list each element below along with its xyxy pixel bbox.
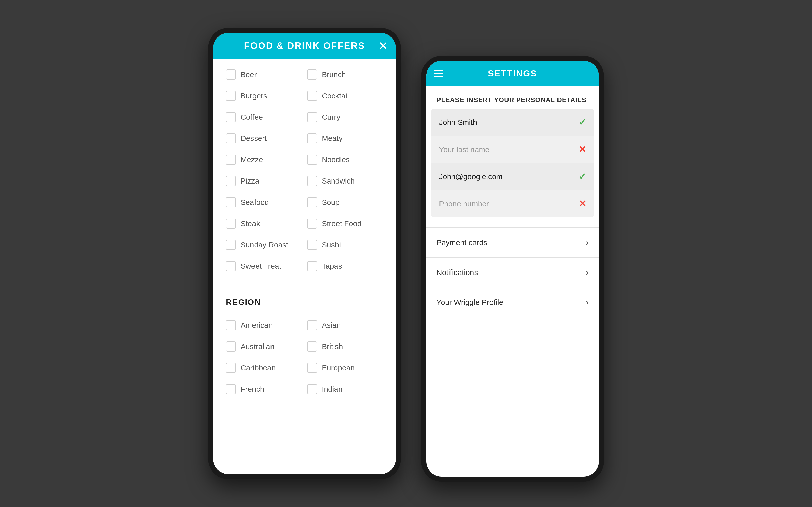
- food-drink-header: FOOD & DRINK OFFERS ✕: [213, 33, 396, 59]
- personal-details-fields: John Smith ✓ Your last name ✕ John@googl…: [432, 109, 594, 217]
- chevron-right-icon: ›: [586, 238, 589, 247]
- region-item[interactable]: American: [223, 315, 305, 336]
- food-checkbox[interactable]: [226, 197, 236, 207]
- food-item[interactable]: Seafood: [223, 192, 305, 213]
- settings-menu-item-2[interactable]: Your Wriggle Profile ›: [426, 287, 599, 318]
- food-item[interactable]: Dessert: [223, 128, 305, 149]
- settings-menu-item-1[interactable]: Notifications ›: [426, 258, 599, 287]
- food-item[interactable]: Burgers: [223, 85, 305, 107]
- food-checkbox[interactable]: [307, 219, 317, 229]
- food-item[interactable]: Mezze: [223, 149, 305, 170]
- invalid-icon: ✕: [578, 144, 586, 155]
- phone-food-drink: FOOD & DRINK OFFERS ✕ BeerBrunchBurgersC…: [208, 28, 401, 479]
- food-label: Mezze: [241, 155, 263, 164]
- food-label: Beer: [241, 70, 257, 79]
- region-checkbox[interactable]: [307, 384, 317, 394]
- food-checkbox[interactable]: [226, 240, 236, 250]
- food-label: Coffee: [241, 113, 263, 121]
- food-checkbox[interactable]: [226, 91, 236, 101]
- food-item[interactable]: Sushi: [305, 234, 386, 256]
- food-item[interactable]: Curry: [305, 107, 386, 128]
- region-label: Caribbean: [241, 363, 275, 372]
- valid-icon: ✓: [578, 117, 586, 128]
- hamburger-menu-icon[interactable]: [434, 70, 443, 77]
- section-divider: [221, 287, 388, 287]
- chevron-right-icon: ›: [586, 298, 589, 307]
- field-text: John@google.com: [439, 172, 503, 181]
- region-checkbox[interactable]: [307, 320, 317, 330]
- food-checkbox[interactable]: [226, 261, 236, 271]
- food-list: BeerBrunchBurgersCocktailCoffeeCurryDess…: [213, 59, 396, 282]
- field-text: John Smith: [439, 118, 477, 127]
- region-label: American: [241, 321, 273, 330]
- food-item[interactable]: Beer: [223, 64, 305, 85]
- food-checkbox[interactable]: [226, 155, 236, 165]
- region-item[interactable]: Australian: [223, 336, 305, 357]
- field-row[interactable]: John Smith ✓: [432, 109, 594, 136]
- food-item[interactable]: Noodles: [305, 149, 386, 170]
- field-text: Phone number: [439, 200, 489, 208]
- settings-title: SETTINGS: [488, 68, 537, 78]
- settings-menu-item-0[interactable]: Payment cards ›: [426, 228, 599, 258]
- food-label: Meaty: [322, 134, 343, 143]
- food-label: Tapas: [322, 262, 342, 271]
- food-checkbox[interactable]: [307, 155, 317, 165]
- food-checkbox[interactable]: [226, 133, 236, 144]
- food-label: Sweet Treat: [241, 262, 281, 271]
- region-label: British: [322, 342, 343, 351]
- food-item[interactable]: Soup: [305, 192, 386, 213]
- region-checkbox[interactable]: [307, 363, 317, 373]
- food-label: Steak: [241, 219, 260, 228]
- region-checkbox[interactable]: [307, 341, 317, 352]
- food-label: Burgers: [241, 92, 267, 100]
- field-row[interactable]: John@google.com ✓: [432, 163, 594, 190]
- field-row[interactable]: Your last name ✕: [432, 136, 594, 163]
- food-item[interactable]: Coffee: [223, 107, 305, 128]
- food-item[interactable]: Meaty: [305, 128, 386, 149]
- region-label: French: [241, 385, 264, 393]
- region-checkbox[interactable]: [226, 341, 236, 352]
- region-checkbox[interactable]: [226, 320, 236, 330]
- region-checkbox[interactable]: [226, 363, 236, 373]
- region-heading: REGION: [213, 292, 396, 309]
- food-checkbox[interactable]: [307, 112, 317, 122]
- food-item[interactable]: Street Food: [305, 213, 386, 234]
- region-item[interactable]: Asian: [305, 315, 386, 336]
- food-checkbox[interactable]: [307, 133, 317, 144]
- close-button[interactable]: ✕: [378, 40, 388, 52]
- region-item[interactable]: French: [223, 379, 305, 400]
- food-item[interactable]: Brunch: [305, 64, 386, 85]
- region-item[interactable]: Indian: [305, 379, 386, 400]
- region-checkbox[interactable]: [226, 384, 236, 394]
- food-item[interactable]: Sweet Treat: [223, 256, 305, 277]
- food-item[interactable]: Cocktail: [305, 85, 386, 107]
- region-label: Australian: [241, 342, 274, 351]
- food-checkbox[interactable]: [226, 112, 236, 122]
- region-label: European: [322, 363, 355, 372]
- food-label: Pizza: [241, 177, 259, 185]
- food-checkbox[interactable]: [307, 240, 317, 250]
- food-checkbox[interactable]: [307, 261, 317, 271]
- field-text: Your last name: [439, 145, 490, 154]
- field-row[interactable]: Phone number ✕: [432, 190, 594, 217]
- food-item[interactable]: Sandwich: [305, 170, 386, 192]
- region-item[interactable]: Caribbean: [223, 357, 305, 379]
- chevron-right-icon: ›: [586, 268, 589, 277]
- food-checkbox[interactable]: [226, 219, 236, 229]
- food-checkbox[interactable]: [307, 69, 317, 79]
- food-item[interactable]: Tapas: [305, 256, 386, 277]
- food-label: Sandwich: [322, 177, 355, 185]
- food-item[interactable]: Steak: [223, 213, 305, 234]
- food-checkbox[interactable]: [226, 176, 236, 186]
- food-item[interactable]: Pizza: [223, 170, 305, 192]
- food-checkbox[interactable]: [307, 197, 317, 207]
- food-checkbox[interactable]: [226, 69, 236, 79]
- food-item[interactable]: Sunday Roast: [223, 234, 305, 256]
- region-item[interactable]: European: [305, 357, 386, 379]
- food-drink-title: FOOD & DRINK OFFERS: [244, 41, 365, 51]
- food-grid: BeerBrunchBurgersCocktailCoffeeCurryDess…: [223, 64, 386, 277]
- food-checkbox[interactable]: [307, 176, 317, 186]
- valid-icon: ✓: [578, 171, 586, 182]
- food-checkbox[interactable]: [307, 91, 317, 101]
- region-item[interactable]: British: [305, 336, 386, 357]
